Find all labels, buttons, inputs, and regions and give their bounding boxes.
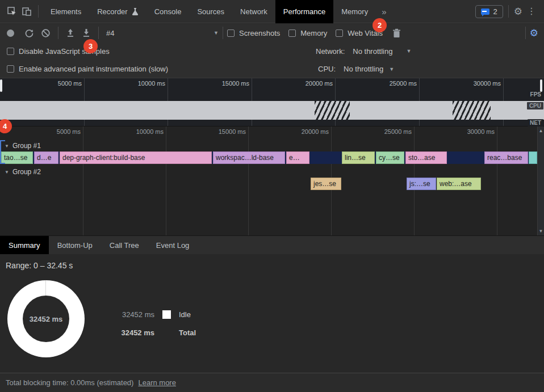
inspect-element-icon[interactable] <box>7 6 17 16</box>
bottom-tab-call-tree[interactable]: Call Tree <box>101 236 148 255</box>
tab-label: Recorder <box>97 7 127 16</box>
selection-bracket <box>0 140 5 164</box>
chevron-down-icon[interactable]: ▼ <box>406 48 411 54</box>
screenshots-checkbox[interactable]: Screenshots <box>227 29 280 37</box>
group-label-text: Group #2 <box>12 168 41 176</box>
legend-total-value: 32452 ms <box>117 328 154 337</box>
bottom-tab-summary[interactable]: Summary <box>0 236 49 255</box>
cpu-hatch-region <box>315 101 350 120</box>
summary-panel: Range: 0 – 32.45 s 32452 ms 32452 ms Idl… <box>0 254 544 373</box>
legend-total-label: Total <box>179 328 196 337</box>
summary-donut-chart: 32452 ms <box>7 280 85 357</box>
flame-bar[interactable]: js:…se <box>407 178 436 190</box>
history-selected-value: #4 <box>106 29 114 37</box>
flame-chart[interactable]: 5000 ms10000 ms15000 ms20000 ms25000 ms3… <box>0 126 544 235</box>
scroll-down-icon[interactable]: ▼ <box>539 229 543 234</box>
load-profile-icon[interactable] <box>66 28 75 37</box>
flame-bar[interactable]: tao…se <box>1 151 33 164</box>
cpu-hatch-region <box>453 101 491 120</box>
group-label-group-1[interactable]: ▼Group #1 <box>5 140 41 151</box>
step-badge-2[interactable]: 2 <box>373 18 387 32</box>
issues-badge[interactable]: 2 <box>475 5 503 18</box>
flame-bar[interactable]: web:…ase <box>437 178 481 190</box>
menu-dots-icon[interactable]: ⋮ <box>524 7 539 16</box>
divider <box>98 27 99 39</box>
checkbox-icon[interactable] <box>336 29 343 37</box>
garbage-collect-icon[interactable] <box>392 28 401 38</box>
more-tabs-chevron[interactable]: » <box>376 7 392 16</box>
tab-elements[interactable]: Elements <box>43 0 89 23</box>
checkbox-label: Memory <box>300 29 327 37</box>
overview-right-handle[interactable] <box>540 79 542 92</box>
network-throttling-control: Network: No throttling ▼ <box>316 47 411 56</box>
settings-gear-icon[interactable]: ⚙ <box>514 7 522 16</box>
clear-recording-icon[interactable] <box>41 28 51 38</box>
collapse-triangle-icon[interactable]: ▼ <box>5 144 9 149</box>
tick-label: 5000 ms <box>41 128 81 135</box>
device-toolbar-icon[interactable] <box>22 6 32 16</box>
flame-bar[interactable]: workspac…ld-base <box>213 151 285 164</box>
chevron-down-icon[interactable]: ▼ <box>389 66 394 72</box>
learn-more-link[interactable]: Learn more <box>138 378 175 387</box>
tick-label: 20000 ms <box>293 80 333 87</box>
network-throttling-select[interactable]: No throttling <box>353 47 392 56</box>
collapse-triangle-icon[interactable]: ▼ <box>5 170 9 175</box>
group-label-group-2[interactable]: ▼Group #2 <box>5 166 41 178</box>
flame-track-row: jes…sejs:…seweb:…ase <box>0 178 537 190</box>
vertical-scrollbar[interactable]: ▲ ▼ <box>537 127 544 235</box>
tab-recorder[interactable]: Recorder <box>89 0 146 23</box>
tab-network[interactable]: Network <box>232 0 275 23</box>
checkbox-icon[interactable] <box>288 29 296 37</box>
network-label: Network: <box>316 47 345 56</box>
save-profile-icon[interactable] <box>82 28 91 37</box>
tab-console[interactable]: Console <box>147 0 190 23</box>
tick-label: 30000 ms <box>455 128 495 135</box>
reload-and-record-icon[interactable] <box>24 28 34 38</box>
flame-bar[interactable] <box>529 151 537 164</box>
checkbox-icon[interactable] <box>227 29 235 37</box>
cpu-throttling-select[interactable]: No throttling <box>344 65 383 73</box>
options-row-1: Disable JavaScript samples Network: No t… <box>0 42 544 60</box>
capture-settings-gear-icon[interactable]: ⚙ <box>530 27 538 39</box>
flame-bar[interactable]: cy…se <box>376 151 404 164</box>
flame-bar[interactable]: d…e <box>34 151 58 164</box>
legend-idle-label: Idle <box>179 310 196 319</box>
advanced-paint-label: Enable advanced paint instrumentation (s… <box>19 65 168 73</box>
tick-label: 10000 ms <box>125 80 165 87</box>
flame-track-row: tao…sed…edep-graph-client:build-basework… <box>0 151 537 164</box>
bottom-tab-event-log[interactable]: Event Log <box>148 236 198 255</box>
tab-memory[interactable]: Memory <box>333 0 376 23</box>
toolbar-checkboxes: ScreenshotsMemoryWeb Vitals <box>227 29 391 37</box>
tab-sources[interactable]: Sources <box>189 0 232 23</box>
flame-bar[interactable]: dep-graph-client:build-base <box>60 151 212 164</box>
flask-icon <box>132 7 139 15</box>
tab-label: Sources <box>197 7 224 16</box>
step-badge-3[interactable]: 3 <box>83 39 98 53</box>
chat-bubble-icon <box>481 9 489 15</box>
overview-left-handle[interactable] <box>0 79 2 92</box>
options-row-2: Enable advanced paint instrumentation (s… <box>0 60 544 78</box>
checkbox-icon[interactable] <box>7 65 14 73</box>
flame-bar[interactable]: jes…se <box>311 178 341 190</box>
summary-legend: 32452 ms Idle 32452 ms Total <box>117 305 196 342</box>
flame-bar[interactable]: reac…base <box>484 151 528 164</box>
tab-performance[interactable]: Performance <box>275 0 333 23</box>
scroll-up-icon[interactable]: ▲ <box>539 128 543 133</box>
checkbox-icon[interactable] <box>7 48 14 55</box>
history-dropdown[interactable]: #4 ▼ <box>106 29 219 37</box>
donut-center-label: 32452 ms <box>7 280 85 357</box>
devtools-tab-bar: ElementsRecorderConsoleSourcesNetworkPer… <box>0 0 544 23</box>
devtools-window: ElementsRecorderConsoleSourcesNetworkPer… <box>0 0 544 392</box>
tick-label: 25000 ms <box>377 80 417 87</box>
tab-label: Console <box>154 7 182 16</box>
flame-bar[interactable]: lin…se <box>342 151 375 164</box>
divider <box>508 5 509 18</box>
memory-checkbox[interactable]: Memory <box>288 29 327 37</box>
timeline-overview[interactable]: 5000 ms10000 ms15000 ms20000 ms25000 ms3… <box>0 78 544 126</box>
flame-bar[interactable]: sto…ase <box>405 151 447 164</box>
record-button[interactable] <box>7 29 14 37</box>
bottom-tab-bottom-up[interactable]: Bottom-Up <box>49 236 101 255</box>
tick-label: 30000 ms <box>461 80 501 87</box>
flame-bar[interactable]: e… <box>286 151 309 164</box>
advanced-paint-checkbox[interactable]: Enable advanced paint instrumentation (s… <box>7 65 168 73</box>
